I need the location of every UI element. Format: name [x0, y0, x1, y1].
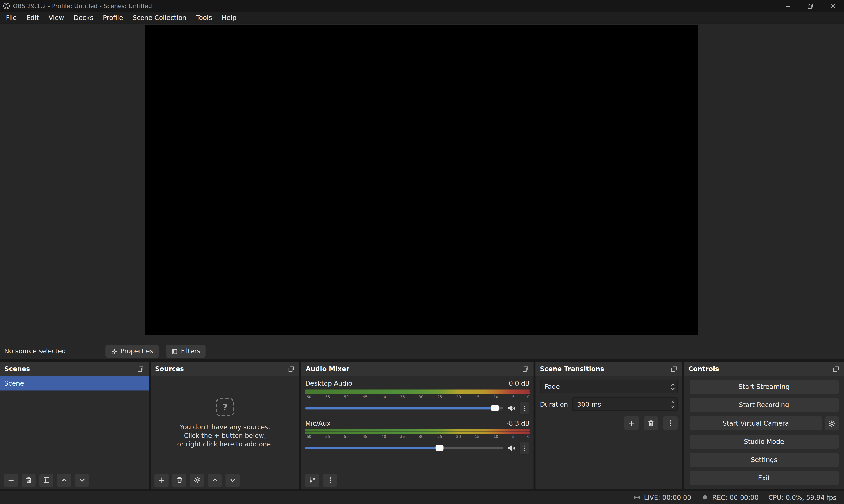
gear-icon — [111, 348, 118, 355]
sources-toolbar — [151, 471, 299, 489]
remove-scene-button[interactable] — [21, 474, 36, 487]
gear-icon — [193, 476, 201, 484]
slider-handle[interactable] — [436, 445, 444, 451]
channel-level-value: -8.3 dB — [507, 420, 530, 427]
minimize-button[interactable] — [776, 0, 799, 12]
menu-file[interactable]: File — [1, 12, 21, 24]
move-source-down-button[interactable] — [226, 474, 240, 487]
scenes-list: Scene — [0, 376, 148, 489]
advanced-audio-button[interactable] — [305, 474, 319, 487]
plus-icon — [628, 419, 636, 427]
meter-tick-label: -40 — [380, 395, 386, 399]
popout-icon[interactable] — [522, 365, 529, 373]
kebab-icon — [521, 404, 528, 412]
popout-icon[interactable] — [287, 365, 295, 373]
audio-mixer-panel-header: Audio Mixer — [301, 362, 533, 376]
mixer-channels: Desktop Audio 0.0 dB -60 -55 -50 -45 — [301, 376, 533, 455]
slider-handle[interactable] — [491, 405, 499, 411]
obs-window: OBS 29.1.2 - Profile: Untitled - Scenes:… — [0, 0, 844, 504]
filters-icon — [171, 348, 178, 355]
sources-panel-header: Sources — [151, 362, 299, 376]
mixer-menu-button[interactable] — [323, 474, 337, 487]
desktop-audio-menu-button[interactable] — [520, 401, 530, 415]
popout-icon[interactable] — [137, 365, 144, 373]
move-scene-down-button[interactable] — [75, 474, 89, 487]
obs-logo-icon — [3, 2, 10, 10]
transition-select-arrows[interactable] — [668, 380, 677, 393]
menu-help[interactable]: Help — [217, 12, 241, 24]
spinner-up-icon[interactable] — [670, 400, 675, 404]
meter-scale: -60 -55 -50 -45 -40 -35 -30 -25 -20 -15 … — [305, 395, 530, 399]
kebab-icon — [666, 419, 674, 427]
popout-icon[interactable] — [832, 365, 840, 373]
audio-mixer-panel-title: Audio Mixer — [306, 365, 349, 373]
spinner-down-icon — [670, 387, 675, 390]
meter-tick-label: -15 — [474, 395, 480, 399]
meter-tick-label: -55 — [324, 395, 330, 399]
kebab-icon — [326, 476, 334, 484]
volume-meter — [305, 390, 530, 394]
desktop-audio-mute-button[interactable] — [507, 403, 516, 412]
settings-button[interactable]: Settings — [689, 453, 839, 467]
scene-list-item[interactable]: Scene — [0, 376, 148, 391]
popout-icon[interactable] — [670, 365, 678, 373]
add-scene-button[interactable] — [4, 474, 18, 487]
menu-view[interactable]: View — [44, 12, 69, 24]
source-properties-button[interactable] — [190, 474, 204, 487]
move-source-up-button[interactable] — [208, 474, 222, 487]
filters-icon — [42, 476, 50, 484]
start-streaming-button[interactable]: Start Streaming — [689, 380, 839, 394]
menu-edit[interactable]: Edit — [21, 12, 44, 24]
start-recording-button[interactable]: Start Recording — [689, 398, 839, 412]
sources-panel-title: Sources — [155, 365, 184, 373]
scenes-panel-title: Scenes — [4, 365, 30, 373]
start-virtual-camera-button[interactable]: Start Virtual Camera — [689, 416, 822, 430]
spinner-up-icon — [670, 383, 675, 386]
kebab-icon — [521, 444, 528, 451]
meter-tick-label: 0 — [527, 435, 530, 439]
duration-spinbox[interactable]: 300 ms — [572, 397, 678, 411]
mic-aux-volume-slider[interactable] — [305, 447, 503, 449]
exit-button[interactable]: Exit — [689, 471, 839, 485]
gear-icon — [827, 419, 836, 427]
transition-select[interactable]: Fade — [540, 380, 678, 393]
add-transition-button[interactable] — [625, 416, 639, 430]
spinner-down-icon[interactable] — [670, 405, 675, 408]
mic-aux-mute-button[interactable] — [507, 444, 516, 452]
chevron-up-icon — [60, 476, 68, 484]
menu-profile[interactable]: Profile — [98, 12, 128, 24]
meter-tick-label: 0 — [527, 395, 530, 399]
rec-status: REC: 00:00:00 — [701, 493, 758, 501]
menubar: File Edit View Docks Profile Scene Colle… — [0, 12, 844, 24]
scene-filters-button[interactable] — [39, 474, 53, 487]
studio-mode-button[interactable]: Studio Mode — [689, 435, 839, 449]
virtual-camera-settings-button[interactable] — [825, 416, 839, 430]
scenes-panel: Scenes Scene — [0, 362, 148, 489]
controls-panel: Controls Start Streaming Start Recording… — [684, 362, 844, 489]
transition-menu-button[interactable] — [663, 416, 678, 430]
trash-icon — [647, 419, 655, 427]
remove-transition-button[interactable] — [644, 416, 658, 430]
desktop-audio-volume-slider[interactable] — [305, 407, 503, 409]
mixer-toolbar — [301, 471, 533, 489]
desktop-audio-channel: Desktop Audio 0.0 dB -60 -55 -50 -45 — [305, 380, 530, 415]
menu-tools[interactable]: Tools — [191, 12, 217, 24]
mic-aux-menu-button[interactable] — [520, 441, 530, 455]
question-mark-icon: ? — [216, 398, 234, 416]
maximize-button[interactable] — [799, 0, 821, 12]
window-title: OBS 29.1.2 - Profile: Untitled - Scenes:… — [13, 2, 152, 10]
source-toolbar: No source selected Properties Filters — [0, 343, 844, 359]
sources-empty-state: ? You don't have any sources. Click the … — [151, 376, 299, 471]
trash-icon — [175, 476, 183, 484]
properties-button[interactable]: Properties — [105, 345, 159, 358]
remove-source-button[interactable] — [172, 474, 186, 487]
close-button[interactable] — [821, 0, 844, 12]
preview-canvas[interactable] — [145, 25, 698, 335]
duration-value: 300 ms — [577, 400, 601, 408]
meter-tick-label: -50 — [342, 435, 349, 439]
filters-button[interactable]: Filters — [166, 345, 206, 358]
move-scene-up-button[interactable] — [57, 474, 71, 487]
menu-docks[interactable]: Docks — [69, 12, 98, 24]
add-source-button[interactable] — [155, 474, 169, 487]
menu-scene-collection[interactable]: Scene Collection — [128, 12, 191, 24]
